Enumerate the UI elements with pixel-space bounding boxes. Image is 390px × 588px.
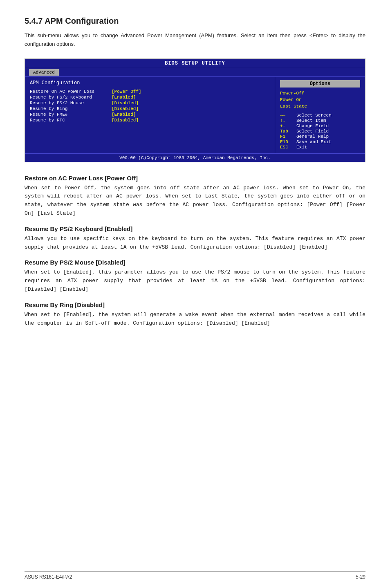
bios-keybinding-row: →←Select Screen [280, 113, 360, 118]
sub-section-body: When set to Power Off, the system goes i… [25, 184, 365, 218]
bios-keybinding-row: ESCExit [280, 145, 360, 150]
sub-section-title: Resume By PS/2 Keyboard [Enabled] [25, 225, 365, 232]
bios-keybinding-row: ↑↓Select Item [280, 118, 360, 123]
bios-row: Resume by PME#[Enabled] [30, 112, 270, 117]
bios-key: ↑↓ [280, 118, 296, 123]
bios-keybinding-row: F10Save and Exit [280, 139, 360, 144]
sub-section-title: Resume By Ring [Disabled] [25, 301, 365, 308]
bios-row-value: [Disabled] [112, 101, 139, 105]
page-footer: ASUS RS161-E4/PA2 5-29 [25, 571, 365, 580]
bios-row-value: [Disabled] [112, 118, 139, 123]
sub-section-body: When set to [Enabled], this parameter al… [25, 268, 365, 294]
bios-key: ESC [280, 145, 296, 150]
bios-options-title: Options [280, 80, 360, 88]
bios-key: +- [280, 123, 296, 128]
bios-key-desc: Select Item [296, 118, 326, 123]
bios-title: BIOS SETUP UTILITY [25, 59, 365, 68]
sub-section-title: Resume By PS/2 Mouse [Disabled] [25, 259, 365, 266]
sub-section-body: When set to [Enabled], the system will g… [25, 311, 365, 328]
bios-row-value: [Power Off] [112, 89, 141, 94]
footer-right: 5-29 [356, 574, 365, 580]
footer-left: ASUS RS161-E4/PA2 [25, 574, 72, 580]
bios-row: Resume by PS/2 Mouse[Disabled] [30, 101, 270, 105]
bios-row-value: [Enabled] [112, 112, 136, 117]
bios-key-desc: General Help [296, 134, 329, 139]
sub-section-title: Restore on AC Power Loss [Power Off] [25, 175, 365, 182]
bios-key-desc: Exit [296, 145, 307, 150]
sub-section: Restore on AC Power Loss [Power Off] Whe… [25, 175, 365, 218]
section-title: 5.4.7 APM Configuration [25, 16, 365, 26]
bios-keybinding-row: +-Change Field [280, 123, 360, 128]
bios-row: Restore On AC Power Loss[Power Off] [30, 89, 270, 94]
bios-key: F1 [280, 134, 296, 139]
sub-section: Resume By PS/2 Mouse [Disabled] When set… [25, 259, 365, 294]
bios-row-label: Resume by RTC [30, 118, 112, 123]
bios-content: APM Configuration Restore On AC Power Lo… [25, 77, 365, 153]
bios-row: Resume by Ring[Disabled] [30, 106, 270, 111]
bios-key: →← [280, 113, 296, 118]
bios-keybinding-row: F1General Help [280, 134, 360, 139]
bios-right-panel: Options Power-OffPower-OnLast State →←Se… [275, 77, 365, 153]
bios-key-desc: Select Field [296, 129, 329, 134]
sub-section-body: Allows you to use specific keys on the k… [25, 235, 365, 252]
bios-screenshot: BIOS SETUP UTILITY Advanced APM Configur… [25, 58, 365, 162]
bios-row-label: Restore On AC Power Loss [30, 89, 112, 94]
bios-key-desc: Save and Exit [296, 139, 332, 144]
bios-row-label: Resume by PS/2 Mouse [30, 101, 112, 105]
bios-row-label: Resume by PS/2 Keyboard [30, 95, 112, 100]
bios-option-item: Last State [280, 104, 360, 109]
bios-key: F10 [280, 139, 296, 144]
content-sections: Restore on AC Power Loss [Power Off] Whe… [25, 175, 365, 328]
bios-section-label: APM Configuration [30, 80, 270, 86]
sub-section: Resume By PS/2 Keyboard [Enabled] Allows… [25, 225, 365, 252]
intro-text: This sub-menu allows you to change Advan… [25, 31, 365, 49]
bios-row-label: Resume by PME# [30, 112, 112, 117]
bios-footer: V00.00 (C)Copyright 1985-2004, American … [25, 153, 365, 162]
bios-row: Resume by PS/2 Keyboard[Enabled] [30, 95, 270, 100]
bios-row-value: [Disabled] [112, 106, 139, 111]
bios-row-label: Resume by Ring [30, 106, 112, 111]
bios-key-desc: Select Screen [296, 113, 332, 118]
bios-key: Tab [280, 129, 296, 134]
bios-left-panel: APM Configuration Restore On AC Power Lo… [25, 77, 275, 153]
bios-keybindings: →←Select Screen↑↓Select Item+-Change Fie… [280, 113, 360, 150]
bios-row: Resume by RTC[Disabled] [30, 118, 270, 123]
bios-row-value: [Enabled] [112, 95, 136, 100]
sub-section: Resume By Ring [Disabled] When set to [E… [25, 301, 365, 328]
bios-option-item: Power-Off [280, 91, 360, 96]
bios-rows: Restore On AC Power Loss[Power Off]Resum… [30, 89, 270, 123]
bios-tabs: Advanced [25, 68, 365, 77]
bios-option-item: Power-On [280, 97, 360, 102]
bios-keybinding-row: TabSelect Field [280, 129, 360, 134]
bios-options: Power-OffPower-OnLast State [280, 91, 360, 109]
bios-key-desc: Change Field [296, 123, 329, 128]
bios-tab-advanced[interactable]: Advanced [29, 69, 59, 76]
